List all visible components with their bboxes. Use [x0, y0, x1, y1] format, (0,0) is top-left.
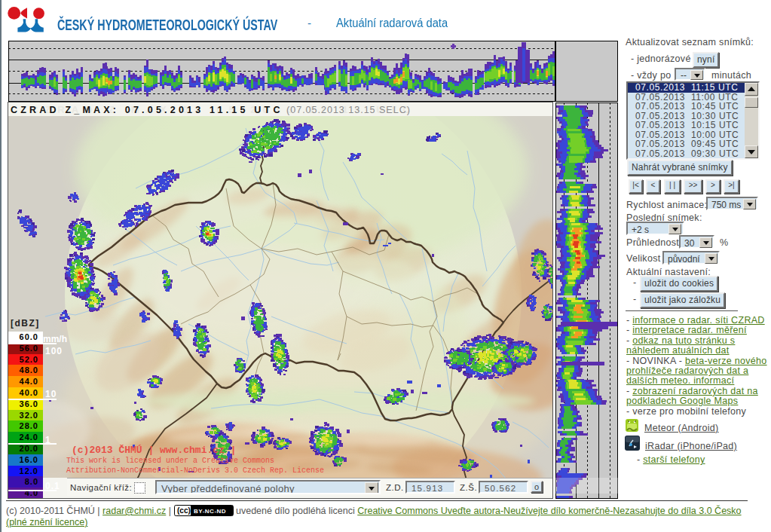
svg-text:(cc): (cc)	[177, 506, 191, 515]
svg-text:BY-NC-ND: BY-NC-ND	[194, 508, 226, 515]
